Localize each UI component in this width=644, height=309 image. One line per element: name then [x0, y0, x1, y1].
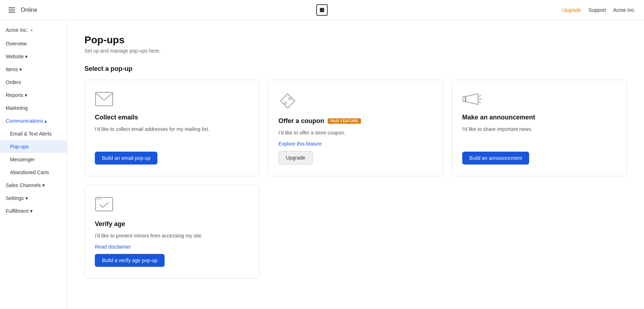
- sidebar-item-messenger[interactable]: Messenger: [0, 153, 67, 166]
- card-title-collect-emails: Collect emails: [95, 114, 249, 121]
- build-announcement-button[interactable]: Build an announcement: [462, 152, 529, 165]
- email-icon: [95, 92, 249, 107]
- sidebar-item-label: Items: [6, 67, 18, 72]
- card-desc-collect-emails: I'd like to collect email addresses for …: [95, 126, 249, 147]
- sidebar-item-reports[interactable]: Reports ▾: [0, 89, 67, 102]
- sidebar-item-label: Sales Channels: [6, 182, 41, 188]
- svg-line-4: [479, 95, 481, 97]
- support-link[interactable]: Support: [589, 7, 606, 13]
- verify-age-icon: [95, 197, 249, 213]
- nav-brand: Online: [21, 7, 37, 13]
- top-nav-left: Online: [9, 7, 37, 13]
- sidebar-item-fulfillment[interactable]: Fulfillment ▾: [0, 205, 67, 217]
- sidebar-item-label: Settings: [6, 195, 24, 201]
- layout: Acme Inc. ▾ Overview Website ▾ Items ▾ O…: [0, 20, 644, 309]
- build-verify-age-button[interactable]: Build a verify age pop-up: [95, 254, 165, 267]
- account-name[interactable]: Acme Inc.: [613, 7, 635, 13]
- card-verify-age: Verify age I'd like to prevent minors fr…: [84, 185, 259, 279]
- sidebar-item-orders[interactable]: Orders: [0, 76, 67, 89]
- chevron-down-icon: ▾: [25, 54, 28, 59]
- hamburger-icon[interactable]: [9, 8, 15, 13]
- top-nav: Online Upgrade Support Acme Inc.: [0, 0, 644, 20]
- cards-grid: Collect emails I'd like to collect email…: [84, 80, 627, 176]
- page-subtitle: Set up and manage pop-ups here.: [84, 48, 627, 54]
- svg-rect-7: [96, 197, 113, 211]
- coupon-icon: [278, 92, 433, 110]
- card-announcement: Make an announcement I'd like to share i…: [452, 80, 627, 176]
- build-email-popup-button[interactable]: Build an email pop-up: [95, 152, 157, 165]
- sidebar-item-label: Fulfillment: [6, 208, 29, 214]
- sidebar-item-communications[interactable]: Communications ▴: [0, 114, 67, 127]
- svg-rect-0: [96, 92, 113, 106]
- sidebar-item-settings[interactable]: Settings ▾: [0, 192, 67, 205]
- sidebar-item-label: Orders: [6, 79, 21, 85]
- explore-feature-link[interactable]: Explore this feature: [278, 141, 433, 147]
- svg-point-9: [98, 198, 99, 200]
- sidebar: Acme Inc. ▾ Overview Website ▾ Items ▾ O…: [0, 20, 67, 309]
- sidebar-item-website[interactable]: Website ▾: [0, 50, 67, 63]
- cards-row-2: Verify age I'd like to prevent minors fr…: [84, 185, 627, 279]
- chevron-down-icon: ▾: [42, 182, 45, 188]
- read-disclaimer-link[interactable]: Read disclaimer: [95, 244, 249, 250]
- chevron-down-icon: ▾: [31, 28, 33, 32]
- chevron-down-icon: ▾: [19, 67, 22, 72]
- sidebar-item-label: Website: [6, 54, 24, 59]
- svg-point-10: [100, 198, 101, 200]
- sidebar-item-label: Communications: [6, 118, 43, 124]
- top-nav-right: Upgrade Support Acme Inc.: [562, 7, 635, 13]
- sidebar-item-label: Reports: [6, 92, 23, 98]
- square-logo-icon: [316, 4, 328, 16]
- svg-line-6: [479, 102, 481, 103]
- sidebar-item-label: Overview: [6, 41, 26, 46]
- card-title-verify-age: Verify age: [95, 220, 249, 228]
- card-desc-verify-age: I'd like to prevent minors from accessin…: [95, 232, 249, 240]
- chevron-down-icon: ▾: [30, 208, 33, 214]
- sidebar-item-overview[interactable]: Overview: [0, 37, 67, 50]
- main-content: Pop-ups Set up and manage pop-ups here. …: [67, 20, 644, 309]
- sidebar-item-sales-channels[interactable]: Sales Channels ▾: [0, 179, 67, 192]
- chevron-down-icon: ▾: [25, 92, 27, 98]
- sidebar-item-email-text-alerts[interactable]: Email & Text Alerts: [0, 127, 67, 140]
- sidebar-item-label: Email & Text Alerts: [10, 131, 52, 137]
- upgrade-link[interactable]: Upgrade: [562, 7, 581, 13]
- sidebar-item-label: Abandoned Carts: [10, 170, 49, 175]
- sidebar-item-abandoned-carts[interactable]: Abandoned Carts: [0, 166, 67, 179]
- sidebar-item-label: Marketing: [6, 105, 28, 111]
- announcement-icon: [462, 92, 616, 107]
- section-title: Select a pop-up: [84, 65, 627, 73]
- sidebar-item-label: Messenger: [10, 157, 35, 162]
- sidebar-item-marketing[interactable]: Marketing: [0, 102, 67, 114]
- sidebar-item-pop-ups[interactable]: Pop-ups: [0, 140, 67, 153]
- svg-point-2: [284, 102, 287, 104]
- chevron-up-icon: ▴: [44, 118, 47, 124]
- sidebar-item-items[interactable]: Items ▾: [0, 63, 67, 76]
- card-collect-emails: Collect emails I'd like to collect email…: [84, 80, 259, 176]
- card-title-announcement: Make an announcement: [462, 114, 616, 121]
- chevron-down-icon: ▾: [25, 195, 28, 201]
- sidebar-account-name: Acme Inc.: [6, 27, 28, 33]
- svg-point-1: [289, 98, 291, 100]
- card-desc-announcement: I'd like to share important news.: [462, 126, 616, 147]
- svg-point-8: [97, 198, 98, 200]
- card-title-offer-coupon: Offer a coupon PAID FEATURE: [278, 117, 433, 125]
- sidebar-item-label: Pop-ups: [10, 144, 29, 149]
- sidebar-account[interactable]: Acme Inc. ▾: [0, 23, 67, 37]
- upgrade-button[interactable]: Upgrade: [278, 151, 313, 165]
- page-title: Pop-ups: [84, 34, 627, 46]
- card-desc-offer-coupon: I'd like to offer a store coupon.: [278, 129, 433, 137]
- card-offer-coupon: Offer a coupon PAID FEATURE I'd like to …: [268, 80, 443, 176]
- paid-feature-badge: PAID FEATURE: [328, 118, 361, 124]
- top-nav-center: [316, 4, 328, 16]
